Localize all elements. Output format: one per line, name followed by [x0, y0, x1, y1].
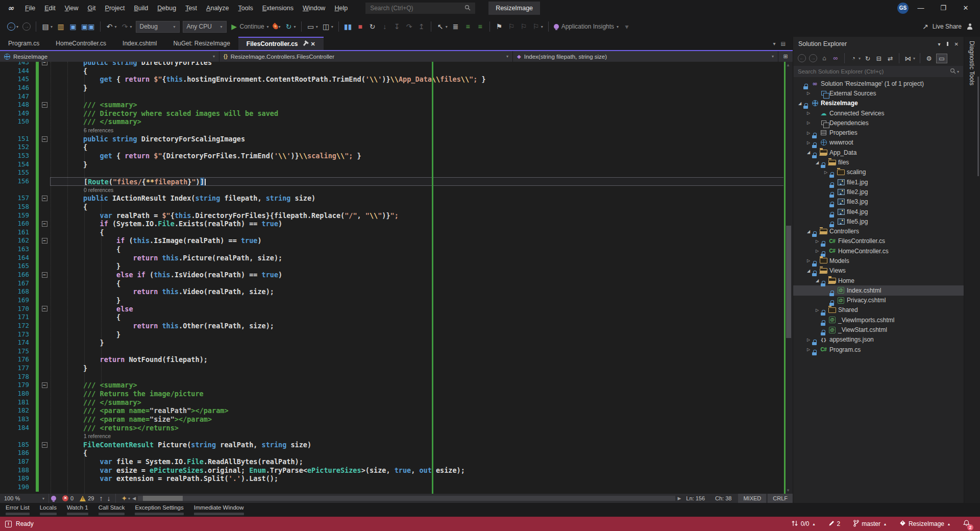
- error-count[interactable]: ✕ 0: [62, 495, 74, 501]
- se-refresh-icon[interactable]: ↻: [863, 52, 873, 65]
- code-line-189[interactable]: 189 var extension = realPath.Split('.').…: [0, 474, 793, 483]
- fold-marker[interactable]: −: [42, 306, 47, 311]
- restart-app-icon[interactable]: ↻▾: [283, 20, 298, 33]
- tree-item-models[interactable]: ▷Models: [793, 256, 964, 266]
- nav-back-icon[interactable]: ←▾: [6, 20, 20, 33]
- git-branch[interactable]: master▴: [853, 520, 886, 528]
- pending-edits[interactable]: 2: [828, 520, 841, 528]
- panel-tab-watch-1[interactable]: Watch 1: [63, 504, 92, 515]
- menu-file[interactable]: File: [20, 2, 40, 14]
- code-line-190[interactable]: 190: [0, 483, 793, 492]
- code-line-184[interactable]: 184 /// <returns></returns>: [0, 424, 793, 432]
- restore-button[interactable]: ❐: [933, 1, 953, 15]
- chevron-collapsed-icon[interactable]: ▷: [805, 140, 812, 145]
- codelens-row[interactable]: 6 references: [0, 126, 793, 135]
- tree-item--viewimports-cshtml[interactable]: @_ViewImports.cshtml: [793, 315, 964, 325]
- se-pin-icon[interactable]: [947, 42, 948, 46]
- save-all-icon[interactable]: ▣▣: [80, 20, 96, 33]
- code-line-149[interactable]: 149 /// Directory where scaled images wi…: [0, 109, 793, 118]
- se-pending-changes-filter-icon[interactable]: ◔▾: [848, 52, 862, 65]
- redo-icon[interactable]: ↷▾: [119, 20, 134, 33]
- se-preview-icon[interactable]: ▭: [935, 52, 948, 65]
- scroll-up-icon[interactable]: ▲: [783, 63, 793, 67]
- breadcrumb-method[interactable]: ◆Index(string filepath, string size)▾: [513, 51, 778, 62]
- code-line-176[interactable]: 176 return NotFound(filepath);: [0, 355, 793, 364]
- tree-item-views[interactable]: ◢Views: [793, 266, 964, 276]
- codelens-row[interactable]: 0 references: [0, 186, 793, 195]
- panel-tab-locals[interactable]: Locals: [36, 504, 60, 515]
- code-line-186[interactable]: 186 {: [0, 449, 793, 457]
- strip-scrollbar[interactable]: [977, 77, 979, 176]
- chevron-collapsed-icon[interactable]: ▷: [822, 170, 829, 175]
- warning-count[interactable]: 29: [80, 495, 94, 501]
- code-line-163[interactable]: 163 {: [0, 245, 793, 254]
- tree-item-file4-jpg[interactable]: file4.jpg: [793, 207, 964, 216]
- code-line-144[interactable]: 144 {: [0, 67, 793, 76]
- code-line-150[interactable]: 150 /// </summary>: [0, 117, 793, 126]
- cursor-nav-icon[interactable]: ↖▾: [435, 20, 449, 33]
- close-tab-icon[interactable]: ✕: [311, 41, 315, 47]
- chevron-collapsed-icon[interactable]: ▷: [805, 120, 812, 125]
- hscroll-thumb[interactable]: [143, 496, 183, 501]
- fold-marker[interactable]: −: [42, 382, 47, 388]
- se-dropdown-icon[interactable]: ▾: [938, 41, 941, 47]
- fold-marker[interactable]: −: [42, 102, 47, 108]
- horizontal-scrollbar[interactable]: [138, 496, 675, 501]
- close-button[interactable]: ✕: [955, 1, 976, 15]
- chevron-collapsed-icon[interactable]: ▷: [814, 308, 821, 312]
- encoding-indicator[interactable]: MIXED: [738, 494, 766, 503]
- search-box[interactable]: [365, 3, 475, 14]
- chevron-expanded-icon[interactable]: ◢: [805, 229, 812, 234]
- codelens-row[interactable]: 1 reference: [0, 432, 793, 441]
- show-next-statement-icon[interactable]: ↓: [379, 20, 390, 33]
- menu-test[interactable]: Test: [181, 2, 202, 14]
- tab-filescontroller-cs[interactable]: FilesController.cs✕: [238, 37, 324, 50]
- tree-item-app-data[interactable]: ◢App_Data: [793, 148, 964, 157]
- nav-forward-icon[interactable]: →: [21, 20, 32, 33]
- code-line-157[interactable]: 157− public IActionResult Index(string f…: [0, 194, 793, 203]
- chevron-collapsed-icon[interactable]: ▷: [814, 239, 821, 244]
- chevron-collapsed-icon[interactable]: ▷: [805, 347, 812, 352]
- clear-bookmarks-icon[interactable]: ⚐▾: [530, 20, 545, 33]
- tree-item-external-sources[interactable]: ▷External Sources: [793, 88, 964, 98]
- se-close-icon[interactable]: ✕: [954, 41, 959, 47]
- code-line-147[interactable]: 147: [0, 92, 793, 101]
- code-line-148[interactable]: 148− /// <summary>: [0, 101, 793, 109]
- chevron-collapsed-icon[interactable]: ▷: [814, 249, 821, 253]
- line-indicator[interactable]: Ln: 156: [681, 494, 710, 503]
- menu-debug[interactable]: Debug: [153, 2, 181, 14]
- code-line-162[interactable]: 162− if (this.IsImage(realPath) == true): [0, 236, 793, 245]
- live-share-label[interactable]: Live Share: [933, 23, 962, 30]
- menu-project[interactable]: Project: [101, 2, 130, 14]
- split-editor-icon[interactable]: ⊞: [778, 51, 793, 62]
- code-line-177[interactable]: 177 }: [0, 364, 793, 373]
- panel-tab-call-stack[interactable]: Call Stack: [95, 504, 129, 515]
- zoom-dropdown[interactable]: 100 % ▾: [0, 494, 49, 503]
- step-over-icon[interactable]: ↷: [404, 20, 415, 33]
- fold-marker[interactable]: −: [42, 238, 47, 244]
- tree-item-file1-jpg[interactable]: file1.jpg: [793, 177, 964, 187]
- search-icon[interactable]: [464, 4, 471, 13]
- code-line-145[interactable]: 145 get { return $"{this.hostingEnvironm…: [0, 75, 793, 84]
- code-line-153[interactable]: 153 get { return $"{DirectoryForFiles.Tr…: [0, 152, 793, 160]
- se-collapse-all-icon[interactable]: ⊟: [874, 52, 884, 65]
- tree-item-homecontroller-cs[interactable]: ▷C#HomeController.cs: [793, 246, 964, 256]
- code-line-168[interactable]: 168 return this.Video(realPath, size);: [0, 287, 793, 296]
- menu-build[interactable]: Build: [130, 2, 153, 14]
- tree-item-resizeimage[interactable]: ◢ResizeImage: [793, 99, 964, 108]
- se-search-icon[interactable]: [950, 68, 956, 76]
- step-into-icon[interactable]: ↧: [391, 20, 403, 33]
- tree-item-file2-jpg[interactable]: file2.jpg: [793, 187, 964, 197]
- toolbar-overflow-icon[interactable]: ▾: [621, 20, 632, 33]
- code-line-188[interactable]: 188 var esize = ePictureSizes.original; …: [0, 466, 793, 475]
- code-line-156[interactable]: 156 [Route("files/{**filepath}")]: [0, 177, 793, 186]
- tree-item-file5-jpg[interactable]: file5.jpg: [793, 216, 964, 226]
- collaborators-icon[interactable]: [965, 20, 974, 33]
- fold-marker[interactable]: −: [42, 442, 47, 448]
- code-line-161[interactable]: 161 {: [0, 228, 793, 237]
- minimize-button[interactable]: —: [911, 1, 931, 15]
- git-sync-status[interactable]: 0/0▴: [791, 520, 815, 528]
- code-line-187[interactable]: 187 var file = System.IO.File.ReadAllByt…: [0, 457, 793, 466]
- fold-marker[interactable]: −: [42, 62, 47, 65]
- bookmark-icon[interactable]: ⚑: [494, 20, 505, 33]
